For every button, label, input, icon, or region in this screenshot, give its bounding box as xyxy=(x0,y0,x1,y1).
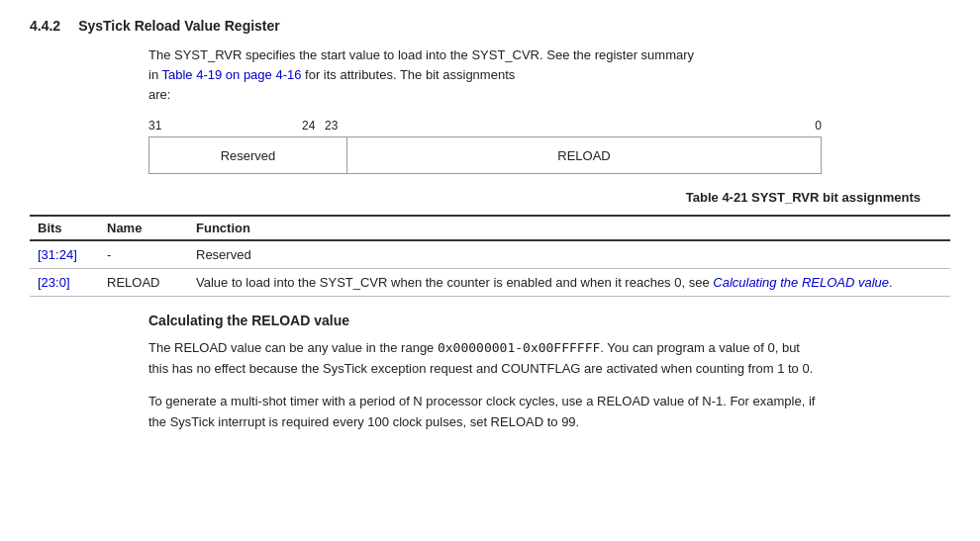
register-table: Bits Name Function [31:24] - Reserved [2… xyxy=(30,215,950,297)
intro-text-3: for its attributes. The bit assignments xyxy=(301,67,515,82)
intro-text-2: in xyxy=(148,67,162,82)
row1-name: - xyxy=(99,240,188,269)
bit-cells-row: Reserved RELOAD xyxy=(148,136,822,174)
section-number: 4.4.2 xyxy=(30,18,60,34)
row2-func-prefix: Value to load into the SYST_CVR when the… xyxy=(196,275,713,290)
row2-name: RELOAD xyxy=(99,269,188,297)
paragraph-2-text: To generate a multi-shot timer with a pe… xyxy=(148,394,815,429)
col-header-bits: Bits xyxy=(30,216,99,240)
body-paragraph-2: To generate a multi-shot timer with a pe… xyxy=(148,392,822,433)
bit-num-31: 31 xyxy=(148,119,161,133)
section-title: 4.4.2 SysTick Reload Value Register xyxy=(30,18,950,34)
intro-paragraph: The SYST_RVR specifies the start value t… xyxy=(148,45,822,105)
code-range: 0x00000001-0x00FFFFFF xyxy=(438,340,600,355)
row1-function: Reserved xyxy=(188,240,950,269)
subsection-heading: Calculating the RELOAD value xyxy=(148,313,950,328)
bit-num-23: 23 xyxy=(325,119,338,133)
paragraph-1-text: The RELOAD value can be any value in the… xyxy=(148,340,813,376)
row2-function: Value to load into the SYST_CVR when the… xyxy=(188,269,950,297)
table-row: [31:24] - Reserved xyxy=(30,240,950,269)
bit-num-24: 24 xyxy=(302,119,315,133)
bit-diagram: 31 24 23 0 Reserved RELOAD xyxy=(148,119,822,174)
bit-num-0: 0 xyxy=(815,119,822,133)
col-header-function: Function xyxy=(188,216,950,240)
col-header-name: Name xyxy=(99,216,188,240)
bit-cell-reserved: Reserved xyxy=(149,137,347,173)
intro-text-4: are: xyxy=(148,87,170,102)
section-heading-text: SysTick Reload Value Register xyxy=(78,18,280,34)
calc-reload-link-text: Calculating the RELOAD value xyxy=(713,275,889,290)
row2-bits: [23:0] xyxy=(30,269,99,297)
table-caption: Table 4-21 SYST_RVR bit assignments xyxy=(30,190,921,205)
table-link[interactable]: Table 4-19 on page 4-16 xyxy=(162,67,302,82)
row1-bits: [31:24] xyxy=(30,240,99,269)
row2-func-suffix: . xyxy=(889,275,893,290)
bit-numbers-row: 31 24 23 0 xyxy=(148,119,822,135)
bit-cell-reload: RELOAD xyxy=(347,137,821,173)
table-header-row: Bits Name Function xyxy=(30,216,950,240)
body-paragraph-1: The RELOAD value can be any value in the… xyxy=(148,338,822,380)
intro-text-1: The SYST_RVR specifies the start value t… xyxy=(148,47,694,62)
calc-reload-link[interactable]: Calculating the RELOAD value xyxy=(713,275,889,290)
table-row: [23:0] RELOAD Value to load into the SYS… xyxy=(30,269,950,297)
